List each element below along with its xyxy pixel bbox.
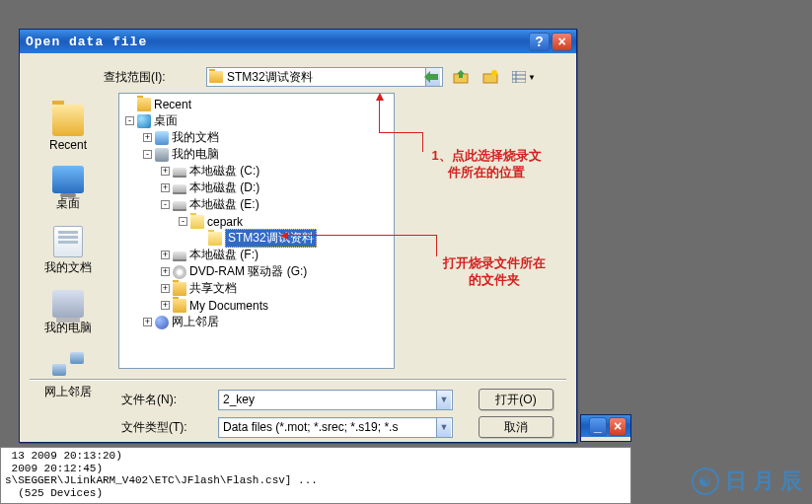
collapse-icon[interactable]: - [161, 200, 170, 209]
network-icon [52, 350, 84, 382]
folder-icon [173, 282, 186, 296]
arrow-1-h [379, 132, 422, 133]
drive-icon [173, 184, 186, 194]
places-bar: Recent 桌面 我的文档 我的电脑 网上邻居 [26, 97, 111, 402]
expand-icon[interactable]: + [161, 267, 170, 276]
arrow-2-head [280, 232, 288, 240]
place-my-documents[interactable]: 我的文档 [32, 222, 105, 280]
up-one-level-icon[interactable] [450, 66, 472, 88]
annotation-2: 打开烧录文件所在 的文件夹 [420, 255, 568, 289]
drive-icon [173, 168, 186, 178]
chevron-down-icon[interactable]: ▼ [436, 418, 451, 437]
place-network-neighborhood[interactable]: 网上邻居 [32, 346, 105, 404]
tree-item-label: 网上邻居 [172, 314, 219, 330]
filename-input[interactable]: 2_key ▼ [218, 390, 453, 410]
bg-min-icon: _ [589, 417, 607, 436]
expand-icon[interactable]: + [143, 318, 152, 326]
lookin-combo[interactable]: STM32调试资料 ▼ [206, 67, 443, 87]
lookin-label: 查找范围(I): [104, 69, 200, 86]
tree-item[interactable]: STM32调试资料 [119, 230, 394, 247]
filetype-label: 文件类型(T): [121, 419, 212, 436]
collapse-icon[interactable]: - [143, 150, 152, 159]
folder-open-icon [190, 215, 204, 229]
chevron-down-icon[interactable]: ▼ [436, 391, 451, 409]
cancel-button[interactable]: 取消 [479, 416, 554, 438]
tree-item-label: 我的文档 [172, 129, 219, 146]
view-menu-icon[interactable]: ▼ [509, 66, 539, 88]
arrow-1-v [379, 101, 380, 132]
pc-icon [155, 148, 169, 162]
tree-item-label: 本地磁盘 (F:) [189, 247, 258, 263]
expand-icon[interactable]: + [161, 301, 170, 310]
tree-item[interactable]: +网上邻居 [119, 314, 394, 330]
folder-icon [173, 299, 186, 313]
console-output: 13 2009 20:13:20) 2009 20:12:45) s\SEGGE… [0, 447, 631, 504]
lookin-value: STM32调试资料 [227, 69, 425, 86]
expand-icon[interactable]: + [161, 284, 170, 293]
tree-item-label: 本地磁盘 (D:) [189, 180, 259, 196]
new-folder-icon[interactable] [480, 66, 501, 88]
tree-item-label: cepark [207, 215, 243, 229]
docs-icon [155, 131, 169, 145]
desktop-icon [137, 114, 151, 128]
folder-open-icon [208, 232, 222, 246]
dvd-icon [173, 265, 186, 279]
tree-item[interactable]: +My Documents [119, 297, 394, 314]
divider [30, 379, 566, 381]
filename-label: 文件名(N): [121, 392, 212, 408]
svg-rect-3 [512, 71, 526, 83]
place-my-computer[interactable]: 我的电脑 [32, 286, 105, 340]
tree-item[interactable]: +本地磁盘 (C:) [119, 163, 394, 180]
tree-item[interactable]: -桌面 [119, 112, 394, 129]
filetype-select[interactable]: Data files (*.mot; *.srec; *.s19; *.s ▼ [218, 417, 453, 438]
watermark-logo-icon: ☯ [692, 468, 719, 495]
drive-icon [173, 201, 186, 211]
tree-item[interactable]: +共享文档 [119, 280, 394, 297]
desktop-icon [52, 166, 84, 193]
network-icon [155, 316, 169, 329]
tree-item[interactable]: -本地磁盘 (E:) [119, 196, 394, 213]
expand-icon[interactable]: + [161, 251, 170, 259]
tree-item[interactable]: -我的电脑 [119, 146, 394, 163]
background-window: _ × [580, 414, 631, 442]
expand-icon[interactable]: + [161, 183, 170, 192]
recent-icon [52, 105, 84, 136]
tree-item[interactable]: Recent [119, 96, 394, 112]
arrow-1-v2 [422, 132, 423, 152]
tree-item-label: DVD-RAM 驱动器 (G:) [189, 263, 307, 280]
close-button[interactable]: × [552, 33, 572, 51]
tree-item[interactable]: +本地磁盘 (D:) [119, 180, 394, 196]
folder-icon [137, 98, 151, 111]
back-icon[interactable] [420, 66, 442, 88]
dialog-title: Open data file [26, 35, 527, 49]
place-desktop[interactable]: 桌面 [32, 162, 105, 216]
folder-tree-dropdown[interactable]: Recent-桌面+我的文档-我的电脑+本地磁盘 (C:)+本地磁盘 (D:)-… [118, 93, 395, 369]
place-recent[interactable]: Recent [32, 101, 105, 156]
tree-item-label: My Documents [189, 299, 268, 313]
drive-icon [173, 252, 186, 261]
open-file-dialog: Open data file ? × 查找范围(I): STM32调试资料 ▼ [19, 29, 577, 443]
tree-item-label: STM32调试资料 [225, 229, 317, 248]
documents-icon [53, 226, 83, 257]
tree-item-label: 桌面 [154, 112, 178, 129]
annotation-1: 1、点此选择烧录文 件所在的位置 [412, 148, 560, 181]
tree-item[interactable]: -cepark [119, 213, 394, 230]
help-button[interactable]: ? [529, 33, 550, 51]
tree-item-label: 共享文档 [189, 280, 237, 297]
titlebar[interactable]: Open data file ? × [20, 30, 576, 53]
watermark: ☯ 日 月 辰 [692, 467, 802, 496]
tree-item-label: 我的电脑 [172, 146, 219, 163]
arrow-1-head [376, 93, 384, 101]
collapse-icon[interactable]: - [179, 217, 187, 226]
tree-item-label: 本地磁盘 (C:) [189, 163, 259, 180]
tree-item-label: 本地磁盘 (E:) [189, 196, 259, 213]
expand-icon[interactable]: + [161, 167, 170, 176]
collapse-icon[interactable]: - [125, 116, 134, 125]
arrow-2-h [288, 235, 436, 236]
tree-item[interactable]: +我的文档 [119, 129, 394, 146]
tree-item[interactable]: +DVD-RAM 驱动器 (G:) [119, 263, 394, 280]
tree-item[interactable]: +本地磁盘 (F:) [119, 247, 394, 263]
expand-icon[interactable]: + [143, 133, 152, 142]
open-button[interactable]: 打开(O) [479, 389, 554, 410]
folder-icon [209, 71, 223, 83]
